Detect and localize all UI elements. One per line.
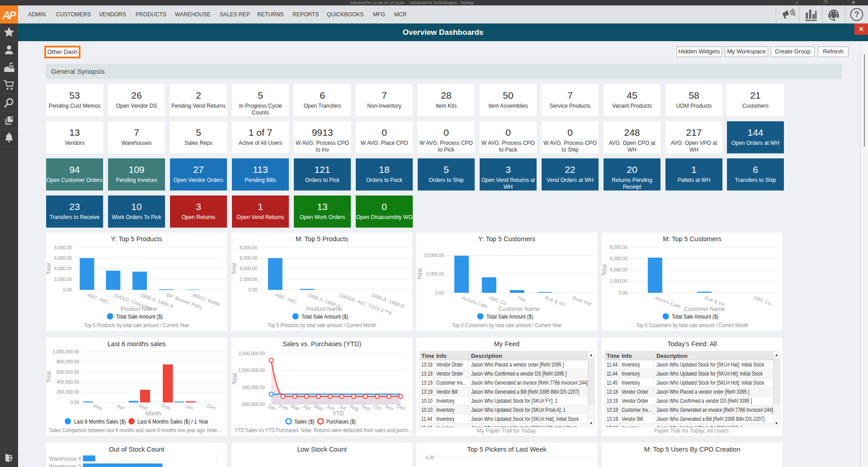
svg-text:2,000.00: 2,000.00 <box>240 277 257 282</box>
svg-text:ABC Co.: ABC Co. <box>488 295 508 307</box>
svg-text:Y: Top 5 Products: Y: Top 5 Products <box>111 235 162 243</box>
svg-text:Warehouse 4: Warehouse 4 <box>49 456 81 462</box>
svg-text:600,000.00: 600,000.00 <box>57 370 79 375</box>
svg-text:0.00: 0.00 <box>435 291 444 295</box>
svg-text:Boar Hat: Boar Hat <box>572 295 592 307</box>
svg-text:8,000.00: 8,000.00 <box>610 245 627 250</box>
svg-text:Total: Total <box>602 264 608 276</box>
svg-text:Top 5 Products by total sale a: Top 5 Products by total sale amount / Cu… <box>84 322 189 329</box>
svg-text:0.00: 0.00 <box>249 287 258 292</box>
svg-text:May: May <box>93 403 104 411</box>
svg-text:M: Top 5 Customers: M: Top 5 Customers <box>663 235 721 243</box>
svg-text:500,000.00: 500,000.00 <box>242 385 265 390</box>
svg-text:Total Sale Amount ($): Total Sale Amount ($) <box>116 313 163 320</box>
svg-text:Month: Month <box>146 410 161 417</box>
svg-text:Oct: Oct <box>373 404 382 411</box>
svg-text:400,000.00: 400,000.00 <box>57 380 79 385</box>
svg-text:Eve & Inc.: Eve & Inc. <box>544 295 567 308</box>
svg-text:Last 6 Months Sales ($): Last 6 Months Sales ($) <box>74 418 126 425</box>
svg-text:Jan: Jan <box>184 403 193 411</box>
svg-text:ABC Co.: ABC Co. <box>753 295 773 307</box>
svg-text:4,000.00: 4,000.00 <box>240 266 257 271</box>
svg-text:4,000.00: 4,000.00 <box>610 267 627 272</box>
svg-text:800,000.00: 800,000.00 <box>57 359 79 364</box>
svg-text:ABC: ABC: ABC: ABC <box>274 292 298 305</box>
svg-text:Apr: Apr <box>302 404 312 411</box>
svg-text:5,000.00: 5,000.00 <box>426 272 444 276</box>
svg-text:Total Sale Amount ($): Total Sale Amount ($) <box>486 313 533 320</box>
svg-text:Total: Total <box>231 373 238 384</box>
svg-text:Out of Stock Count: Out of Stock Count <box>109 446 165 453</box>
svg-text:Warehouse 3: Warehouse 3 <box>49 463 81 467</box>
svg-text:M: Top 5 Products: M: Top 5 Products <box>296 235 349 243</box>
svg-text:Total: Total <box>46 263 52 274</box>
svg-text:Top 5 Products by total sale a: Top 5 Products by total sale amount / Cu… <box>268 322 376 329</box>
svg-text:YTD: YTD <box>333 410 344 417</box>
svg-text:Dec: Dec <box>207 403 217 411</box>
svg-text:8,000.00: 8,000.00 <box>240 245 257 250</box>
svg-text:2,000.00: 2,000.00 <box>610 279 627 284</box>
svg-text:Total: Total <box>417 268 423 280</box>
svg-text:Anna's Cafe: Anna's Cafe <box>654 295 681 310</box>
svg-text:10,000.00: 10,000.00 <box>424 253 444 258</box>
svg-text:ABC: ABC: ABC: ABC <box>86 292 110 305</box>
svg-text:200,000.00: 200,000.00 <box>57 390 79 395</box>
svg-text:Anna's Cafe: Anna's Cafe <box>461 295 488 310</box>
svg-text:Total Sale Amount ($): Total Sale Amount ($) <box>302 313 348 320</box>
svg-text:2,500,000.00: 2,500,000.00 <box>239 351 265 356</box>
svg-text:?: ? <box>854 10 859 19</box>
svg-text:Last 6 Months Sales ($) /-1 Ye: Last 6 Months Sales ($) /-1 Year <box>137 418 208 425</box>
svg-text:The: The <box>516 295 526 303</box>
svg-text:-500,000.00: -500,000.00 <box>241 402 265 407</box>
svg-text:Purchases ($): Purchases ($) <box>326 418 356 425</box>
svg-text:Product Name: Product Name <box>306 306 342 312</box>
svg-text:2,000.00: 2,000.00 <box>54 277 72 282</box>
svg-text:4.20: 4.20 <box>425 455 434 460</box>
svg-text:Customer Name: Customer Name <box>499 306 540 312</box>
svg-text:Low Stock Count: Low Stock Count <box>297 446 347 453</box>
svg-text:Customer Name: Customer Name <box>684 306 725 312</box>
svg-text:1,500,000.00: 1,500,000.00 <box>239 368 265 373</box>
svg-text:Mar: Mar <box>138 403 149 411</box>
svg-text:Top 5 Customers by total sale: Top 5 Customers by total sale amount / C… <box>636 322 748 329</box>
svg-text:6,000.00: 6,000.00 <box>240 256 257 261</box>
svg-text:Sales ($): Sales ($) <box>295 418 315 425</box>
svg-text:0.00: 0.00 <box>63 287 72 292</box>
svg-text:Last 6 months sales: Last 6 months sales <box>108 340 166 348</box>
svg-text:0.00: 0.00 <box>619 291 628 295</box>
svg-text:Jan: Jan <box>267 404 277 411</box>
svg-text:8,000.00: 8,000.00 <box>54 245 72 250</box>
svg-text:Jul: Jul <box>339 404 347 411</box>
svg-text:Feb: Feb <box>161 403 171 411</box>
svg-text:Y: Top 5 Customers: Y: Top 5 Customers <box>478 235 535 243</box>
svg-text:6,000.00: 6,000.00 <box>54 256 72 261</box>
svg-text:1,000,000.00: 1,000,000.00 <box>53 349 80 354</box>
svg-text:YTD Sales Vs YTD Purchases. No: YTD Sales Vs YTD Purchases. Note: Return… <box>235 427 412 434</box>
svg-text:Top 5 Customers by total sale: Top 5 Customers by total sale amount / C… <box>452 322 561 329</box>
svg-text:4,000.00: 4,000.00 <box>54 266 72 271</box>
svg-text:Top 5 Pickers of Last Week: Top 5 Pickers of Last Week <box>467 446 547 453</box>
svg-text:AP: AP <box>1 9 18 21</box>
svg-text:Total: Total <box>231 263 237 274</box>
svg-text:Product Name: Product Name <box>121 306 157 312</box>
svg-text:0.00: 0.00 <box>71 400 80 405</box>
svg-text:Sales Comparison between last: Sales Comparison between last 6 months a… <box>49 427 222 434</box>
svg-text:Total: Total <box>46 371 52 382</box>
svg-text:6,000.00: 6,000.00 <box>610 256 627 261</box>
svg-text:Total Sale Amount ($): Total Sale Amount ($) <box>672 313 718 320</box>
svg-text:M: Top 5 Users By CPO Creation: M: Top 5 Users By CPO Creation <box>644 446 740 453</box>
svg-text:104326: ABC TOOLS™®: 104326: ABC TOOLS™® <box>338 292 393 316</box>
svg-text:Sales vs. Purchases (YTD): Sales vs. Purchases (YTD) <box>283 340 361 348</box>
svg-text:Apr: Apr <box>116 403 126 411</box>
